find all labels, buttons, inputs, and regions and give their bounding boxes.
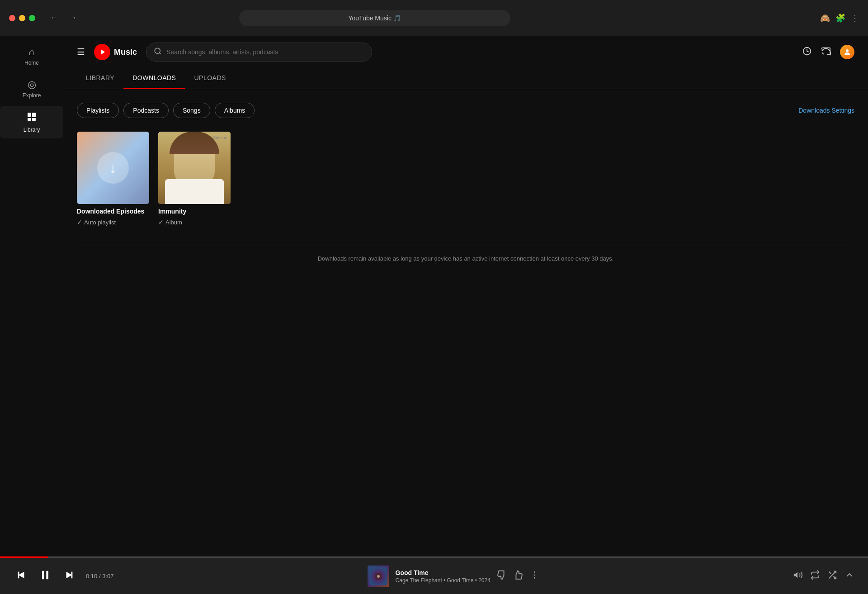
svg-marker-10 [19, 572, 24, 579]
svg-point-9 [846, 49, 849, 52]
list-item[interactable]: Generic Immunity ✓ Album [158, 132, 231, 226]
svg-rect-13 [46, 570, 48, 579]
app-container: ⌂ Home ◎ Explore Library ☰ [0, 36, 868, 558]
immunity-art: Generic [158, 132, 231, 204]
like-button[interactable] [513, 570, 523, 582]
tab-library[interactable]: LIBRARY [77, 68, 123, 89]
svg-rect-15 [71, 572, 73, 579]
explore-icon: ◎ [28, 79, 36, 90]
chip-songs[interactable]: Songs [173, 103, 210, 118]
header-icons [802, 45, 854, 59]
sidebar-home-label: Home [24, 60, 39, 66]
cast-icon[interactable] [821, 46, 831, 58]
download-arrow-icon: ↓ [109, 160, 117, 176]
svg-point-20 [534, 575, 535, 576]
time-display: 0:10 / 3:07 [86, 573, 113, 580]
svg-line-6 [160, 52, 161, 54]
svg-rect-2 [28, 118, 31, 121]
minimize-button[interactable] [19, 15, 25, 21]
next-button[interactable] [61, 567, 77, 585]
expand-button[interactable] [844, 570, 854, 582]
more-options-icon[interactable]: ⋮ [851, 13, 859, 23]
svg-point-19 [534, 571, 535, 573]
extensions-icon[interactable]: 🧩 [835, 13, 845, 23]
sidebar-item-home[interactable]: ⌂ Home [0, 41, 63, 71]
svg-marker-4 [101, 49, 105, 55]
home-icon: ⌂ [28, 46, 34, 58]
track-details: Good Time Cage The Elephant • Good Time … [396, 569, 491, 584]
back-button[interactable]: ← [46, 11, 61, 24]
downloaded-episodes-thumb: ↓ [77, 132, 149, 204]
search-bar[interactable] [146, 43, 372, 62]
progress-section: 0:10 / 3:07 [86, 573, 113, 580]
track-thumbnail [368, 565, 389, 587]
sidebar-item-explore[interactable]: ◎ Explore [0, 73, 63, 104]
tabs: LIBRARY DOWNLOADS UPLOADS [63, 68, 868, 89]
tab-downloads[interactable]: DOWNLOADS [123, 68, 185, 89]
traffic-lights [9, 15, 35, 21]
svg-marker-14 [66, 572, 72, 579]
tab-uploads[interactable]: UPLOADS [185, 68, 235, 89]
svg-rect-1 [32, 113, 36, 117]
svg-rect-3 [32, 118, 36, 121]
svg-rect-0 [28, 113, 31, 117]
svg-point-18 [377, 575, 380, 578]
playlist-grid: ↓ Downloaded Episodes ✓ Auto playlist [77, 132, 854, 226]
app-header: ☰ Music [63, 36, 868, 68]
sidebar-library-label: Library [24, 127, 40, 133]
downloads-settings-link[interactable]: Downloads Settings [798, 107, 854, 114]
dislike-button[interactable] [497, 570, 507, 582]
section-divider [77, 244, 854, 244]
playlist-name: Downloaded Episodes [77, 208, 149, 215]
svg-rect-11 [18, 572, 19, 579]
svg-rect-12 [42, 570, 44, 579]
logo-icon [94, 44, 110, 60]
playlist-type: Album [165, 219, 182, 226]
track-info: Good Time Cage The Elephant • Good Time … [123, 565, 784, 587]
pause-button[interactable] [36, 566, 54, 587]
track-actions [497, 570, 539, 582]
chip-podcasts[interactable]: Podcasts [123, 103, 169, 118]
eye-slash-icon[interactable]: 🙈 [820, 13, 830, 23]
repeat-button[interactable] [810, 570, 820, 582]
previous-button[interactable] [14, 567, 29, 585]
svg-marker-22 [794, 572, 797, 578]
history-icon[interactable] [802, 46, 812, 58]
main-content: ☰ Music [63, 36, 868, 558]
playlist-name: Immunity [158, 208, 231, 215]
avatar[interactable] [840, 45, 854, 59]
content-area: Playlists Podcasts Songs Albums Download… [63, 89, 868, 558]
chip-albums[interactable]: Albums [215, 103, 255, 118]
maximize-button[interactable] [29, 15, 35, 21]
logo[interactable]: Music [94, 44, 137, 60]
playlist-sub: ✓ Album [158, 219, 231, 226]
browser-actions: 🙈 🧩 ⋮ [820, 13, 859, 23]
more-options-button[interactable] [529, 570, 539, 582]
library-icon [26, 111, 37, 125]
list-item[interactable]: ↓ Downloaded Episodes ✓ Auto playlist [77, 132, 149, 226]
forward-button[interactable]: → [65, 11, 80, 24]
volume-button[interactable] [793, 570, 803, 582]
svg-point-21 [534, 577, 535, 579]
player-bar: 0:10 / 3:07 Good Time Cage The Elephant … [0, 558, 868, 594]
search-icon [154, 47, 162, 57]
player-right [793, 570, 854, 582]
search-input[interactable] [166, 48, 364, 56]
chip-playlists[interactable]: Playlists [77, 103, 119, 118]
track-artist: Cage The Elephant • Good Time • 2024 [396, 577, 491, 584]
filter-chips: Playlists Podcasts Songs Albums Download… [77, 103, 854, 118]
playback-progress-bar[interactable] [0, 556, 868, 558]
info-text: Downloads remain available as long as yo… [77, 255, 854, 262]
browser-chrome: ← → YouTube Music 🎵 🙈 🧩 ⋮ [0, 0, 868, 36]
immunity-thumb: Generic [158, 132, 231, 204]
address-bar: YouTube Music 🎵 [239, 10, 510, 26]
shuffle-button[interactable] [827, 570, 837, 582]
sidebar-item-library[interactable]: Library [0, 106, 63, 138]
playlist-type: Auto playlist [84, 219, 116, 226]
close-button[interactable] [9, 15, 15, 21]
hamburger-menu[interactable]: ☰ [77, 47, 85, 57]
track-name: Good Time [396, 569, 491, 576]
checkmark-icon: ✓ [77, 219, 82, 226]
svg-line-25 [829, 572, 831, 574]
sidebar-explore-label: Explore [23, 92, 41, 99]
